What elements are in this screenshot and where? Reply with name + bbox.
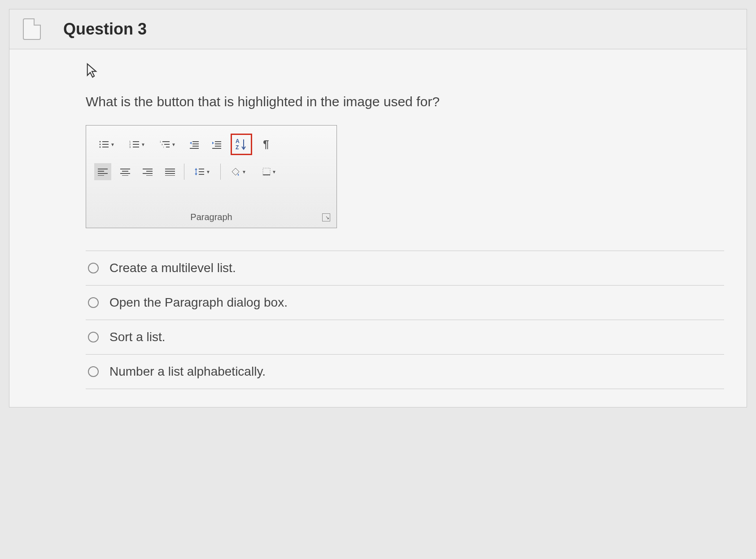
svg-rect-30 [98,173,108,174]
answer-list: Create a multilevel list. Open the Parag… [86,251,724,389]
svg-rect-46 [199,174,204,175]
svg-rect-38 [143,173,153,174]
dialog-launcher-button[interactable]: ↘ [322,213,330,221]
svg-text:i: i [163,146,164,148]
cursor-icon [86,63,724,81]
sort-icon: A Z [235,138,248,151]
svg-text:3: 3 [129,146,131,148]
question-title: Question 3 [63,20,147,39]
svg-rect-11 [133,147,139,147]
svg-rect-28 [98,169,108,169]
numbering-button[interactable]: 123 ▼ [125,136,150,153]
divider [184,164,184,180]
question-container: Question 3 What is the button that is hi… [9,9,747,407]
svg-point-2 [100,144,101,145]
svg-rect-48 [263,174,270,175]
svg-text:A: A [236,138,240,144]
svg-point-4 [100,147,101,148]
svg-rect-32 [120,169,130,169]
increase-indent-button[interactable] [208,136,225,153]
svg-rect-29 [98,171,104,172]
multilevel-icon: 1ai [160,140,170,149]
radio-icon [88,366,99,377]
align-center-button[interactable] [117,163,134,180]
answer-option[interactable]: Open the Paragraph dialog box. [86,286,724,320]
multilevel-list-button[interactable]: 1ai ▼ [155,136,180,153]
svg-rect-44 [199,169,204,169]
svg-rect-17 [166,147,170,147]
line-spacing-button[interactable]: ▼ [190,163,215,180]
svg-rect-7 [133,141,139,142]
svg-rect-35 [122,175,128,176]
dropdown-arrow-icon: ▼ [171,142,176,147]
align-center-icon [120,168,130,176]
svg-rect-23 [215,143,221,144]
svg-rect-3 [102,144,109,145]
svg-rect-43 [165,175,175,176]
svg-rect-45 [199,171,204,172]
align-left-button[interactable] [94,163,111,180]
svg-rect-41 [165,171,175,172]
dropdown-arrow-icon: ▼ [242,169,246,174]
answer-text: Sort a list. [109,330,165,344]
decrease-indent-icon [189,140,200,149]
answer-text: Create a multilevel list. [109,261,236,275]
divider [220,164,221,180]
radio-icon [88,297,99,308]
radio-icon [88,263,99,273]
file-icon [23,18,41,40]
decrease-indent-button[interactable] [186,136,203,153]
svg-rect-18 [192,141,199,142]
svg-rect-40 [165,169,175,169]
bullets-icon [99,140,109,149]
align-left-icon [98,168,108,176]
ribbon-row-bottom: ▼ ▼ ▼ [94,163,328,180]
svg-rect-36 [143,169,153,169]
dropdown-arrow-icon: ▼ [206,169,210,174]
svg-rect-24 [215,146,221,147]
ribbon-paragraph-group: ▼ 123 ▼ 1ai ▼ [86,125,337,228]
align-right-icon [143,168,153,176]
line-spacing-icon [194,167,205,176]
justify-button[interactable] [162,163,179,180]
svg-rect-9 [133,144,139,145]
svg-rect-42 [165,173,175,174]
svg-text:a: a [162,143,163,146]
svg-rect-21 [190,148,199,149]
question-header: Question 3 [9,9,747,49]
svg-rect-33 [122,171,128,172]
svg-rect-39 [146,175,153,176]
justify-icon [165,168,175,176]
answer-option[interactable]: Number a list alphabetically. [86,355,724,389]
highlighted-button-box: A Z [231,134,252,155]
svg-rect-34 [120,173,130,174]
borders-icon [262,167,271,176]
ribbon-group-label: Paragraph [190,212,232,222]
svg-rect-47 [263,168,270,175]
dropdown-arrow-icon: ▼ [272,169,276,174]
svg-rect-22 [215,141,221,142]
svg-point-0 [100,141,101,143]
answer-text: Open the Paragraph dialog box. [109,295,288,310]
borders-button[interactable]: ▼ [257,163,282,180]
dropdown-arrow-icon: ▼ [110,142,115,147]
answer-option[interactable]: Create a multilevel list. [86,251,724,286]
shading-button[interactable]: ▼ [226,163,251,180]
numbering-icon: 123 [129,140,140,149]
increase-indent-icon [211,140,222,149]
answer-option[interactable]: Sort a list. [86,320,724,355]
shading-icon [231,167,241,176]
answer-text: Number a list alphabetically. [109,364,266,379]
svg-rect-13 [162,141,170,142]
svg-text:1: 1 [160,140,161,143]
show-hide-button[interactable]: ¶ [258,136,275,153]
align-right-button[interactable] [139,163,156,180]
svg-text:Z: Z [236,144,239,151]
bullets-button[interactable]: ▼ [94,136,119,153]
svg-rect-31 [98,175,104,176]
pilcrow-icon: ¶ [263,138,269,151]
svg-rect-15 [164,144,170,145]
svg-rect-19 [192,143,199,144]
svg-rect-25 [212,148,221,149]
sort-button[interactable]: A Z [233,136,250,153]
